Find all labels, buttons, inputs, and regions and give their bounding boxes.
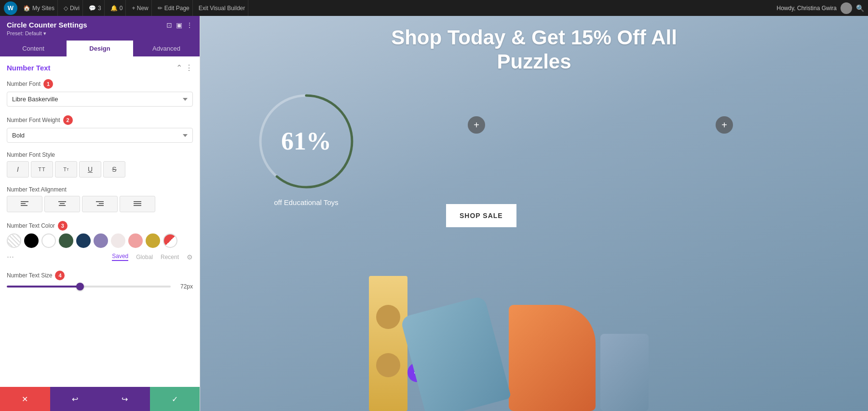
text-size-slider[interactable]	[7, 286, 171, 288]
color-white-swatch[interactable]	[41, 233, 56, 248]
undo-button[interactable]: ↩	[50, 387, 100, 411]
search-icon[interactable]: 🔍	[856, 4, 864, 12]
svg-rect-7	[99, 203, 104, 204]
tab-content[interactable]: Content	[0, 41, 67, 56]
color-recent-tab[interactable]: Recent	[161, 254, 179, 260]
shop-sale-button[interactable]: SHOP SALE	[446, 204, 516, 227]
section-header: Number Text ⌃ ⋮	[7, 63, 193, 72]
comments-count: 3	[98, 5, 101, 12]
section-actions: ⌃ ⋮	[176, 63, 193, 72]
divi-menu[interactable]: ◇ Divi	[61, 0, 83, 16]
number-font-weight-select[interactable]: Thin Light Regular Bold Extra Bold Black	[7, 128, 193, 143]
home-icon: 🏠	[23, 5, 30, 12]
color-pink-swatch[interactable]	[128, 233, 143, 248]
align-center-button[interactable]	[44, 196, 80, 212]
divi-icon: ◇	[64, 5, 68, 12]
color-more-dots[interactable]: ···	[7, 252, 14, 262]
exit-builder-label: Exit Visual Builder	[199, 5, 245, 12]
sidebar-header-icons: ⊡ ▣ ⋮	[166, 21, 193, 29]
svg-rect-9	[134, 201, 141, 202]
number-font-style-label: Number Font Style	[7, 151, 193, 158]
underline-button[interactable]: U	[79, 161, 101, 178]
circle-counter-text: 61%	[281, 129, 331, 154]
add-section-button-1[interactable]: +	[468, 116, 485, 134]
tab-advanced[interactable]: Advanced	[133, 41, 200, 56]
color-global-tab[interactable]: Global	[136, 254, 153, 260]
wordpress-icon[interactable]: W	[4, 1, 17, 15]
tab-advanced-label: Advanced	[152, 45, 180, 52]
number-font-field: Number Font 1 Libre Baskerville Arial Ge…	[7, 79, 193, 107]
italic-button[interactable]: I	[7, 161, 29, 178]
tab-design[interactable]: Design	[67, 41, 133, 56]
number-text-alignment-label-text: Number Text Alignment	[7, 186, 67, 193]
preset-row[interactable]: Preset: Default ▾	[7, 30, 193, 37]
number-font-select[interactable]: Libre Baskerville Arial Georgia Helvetic…	[7, 92, 193, 107]
layout-icon[interactable]: ▣	[176, 21, 182, 29]
edit-icon: ✏	[158, 5, 163, 12]
save-button[interactable]: ✓	[150, 387, 200, 411]
heading-line1: Shop Today & Get 15% Off All	[200, 26, 868, 50]
color-gold-swatch[interactable]	[146, 233, 160, 248]
color-settings-icon[interactable]: ⚙	[187, 253, 193, 261]
notifications-menu[interactable]: 🔔 0	[108, 0, 126, 16]
redo-button[interactable]: ↪	[100, 387, 150, 411]
sidebar-title: Circle Counter Settings	[7, 21, 87, 29]
resize-icon[interactable]: ⊡	[166, 21, 172, 29]
color-custom-swatch[interactable]	[163, 233, 177, 248]
align-left-button[interactable]	[7, 196, 42, 212]
number-text-color-label: Number Text Color 3	[7, 221, 193, 231]
add-section-button-2[interactable]: +	[716, 116, 733, 134]
number-font-style-label-text: Number Font Style	[7, 151, 55, 158]
cancel-button[interactable]: ✕	[0, 387, 50, 411]
svg-rect-2	[21, 205, 27, 206]
color-dark-green-swatch[interactable]	[59, 233, 73, 248]
color-light-pink-swatch[interactable]	[111, 233, 125, 248]
circle-sub-text: off Educational Toys	[253, 198, 359, 206]
color-transparent-swatch[interactable]	[7, 233, 21, 248]
more-options-icon[interactable]: ⋮	[186, 21, 193, 29]
color-swatches	[7, 233, 193, 248]
color-purple-swatch[interactable]	[94, 233, 108, 248]
toy-hole-1	[376, 305, 400, 329]
preset-dropdown-icon: ▾	[43, 30, 46, 36]
strikethrough-button[interactable]: S	[103, 161, 125, 178]
tab-design-label: Design	[89, 45, 110, 52]
new-menu[interactable]: + New	[129, 0, 151, 16]
all-caps-button[interactable]: TT	[31, 161, 53, 178]
align-right-button[interactable]	[82, 196, 118, 212]
shop-sale-label: SHOP SALE	[460, 212, 503, 219]
style-buttons: I TT TT U S	[7, 161, 193, 178]
my-sites-label: My Sites	[32, 5, 54, 12]
section-title: Number Text	[7, 64, 51, 72]
align-buttons	[7, 196, 193, 212]
edit-page-label: Edit Page	[164, 5, 190, 12]
heading-line2: Puzzles	[200, 50, 868, 74]
color-dark-blue-swatch[interactable]	[76, 233, 91, 248]
section-title-text: Number Text	[7, 64, 51, 72]
my-sites-menu[interactable]: 🏠 My Sites	[20, 0, 58, 16]
preset-label: Preset: Default	[7, 30, 42, 36]
toy-hole-2	[376, 353, 400, 377]
step-badge-4: 4	[55, 271, 65, 280]
svg-rect-1	[21, 203, 26, 204]
toy-wrench	[400, 295, 512, 411]
align-justify-button[interactable]	[120, 196, 155, 212]
slider-row: 72px	[7, 283, 193, 290]
color-saved-tab[interactable]: Saved	[112, 253, 128, 261]
exit-visual-builder-button[interactable]: Exit Visual Builder	[196, 0, 249, 16]
comments-menu[interactable]: 💬 3	[86, 0, 105, 16]
collapse-icon[interactable]: ⌃	[176, 63, 182, 72]
sidebar-header: Circle Counter Settings ⊡ ▣ ⋮ Preset: De…	[0, 16, 200, 41]
section-more-icon[interactable]: ⋮	[185, 63, 193, 72]
number-font-weight-label-text: Number Font Weight	[7, 117, 60, 123]
edit-page-button[interactable]: ✏ Edit Page	[155, 0, 193, 16]
number-font-weight-field: Number Font Weight 2 Thin Light Regular …	[7, 115, 193, 143]
tab-content-label: Content	[22, 45, 44, 52]
number-font-label: Number Font 1	[7, 79, 193, 89]
comment-icon: 💬	[89, 5, 96, 12]
number-text-size-label: Number Text Size 4	[7, 271, 193, 280]
color-black-swatch[interactable]	[24, 233, 39, 248]
small-caps-button[interactable]: TT	[55, 161, 77, 178]
new-label: + New	[132, 5, 148, 12]
divi-label: Divi	[70, 5, 80, 12]
